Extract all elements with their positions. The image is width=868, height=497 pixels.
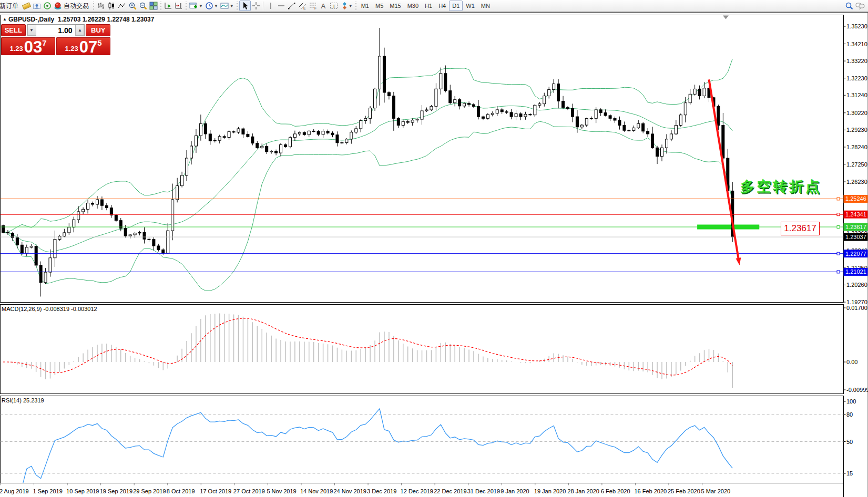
volume-decrease-button[interactable]: ▼ (27, 25, 36, 36)
buy-price-block[interactable]: 1.23 07 5 (56, 37, 110, 55)
chat-bubbles-icon (855, 2, 865, 10)
text-tool-button[interactable]: A (318, 1, 329, 11)
line-chart-mode-button[interactable] (117, 1, 127, 11)
tf-button-D1[interactable]: D1 (449, 1, 463, 11)
trend-arrow[interactable] (709, 79, 741, 265)
chart-shift-icon (175, 2, 183, 10)
auto-scroll-button[interactable] (163, 1, 173, 11)
shapes-icon (341, 2, 348, 10)
svg-text:1.30220: 1.30220 (846, 110, 867, 116)
chart-title: ▲GBPUSD-,Daily 1.25703 1.26229 1.22748 1… (3, 16, 154, 23)
template-icon (220, 2, 229, 10)
chevron-down-icon: ▼ (230, 4, 234, 8)
text-tool-icon: A (321, 2, 325, 10)
tf-button-H1[interactable]: H1 (422, 1, 435, 11)
volume-input[interactable]: 1.00 (36, 25, 76, 36)
equidistant-channel-icon: E (298, 2, 307, 10)
autotrading-button[interactable]: 自动交易 (53, 1, 91, 11)
signals-button[interactable] (42, 1, 53, 11)
svg-text:19 Jan 2020: 19 Jan 2020 (534, 488, 566, 494)
sell-price-small: 1.23 (9, 45, 23, 53)
svg-text:8 Oct 2019: 8 Oct 2019 (167, 488, 195, 494)
tf-button-M5[interactable]: M5 (372, 1, 386, 11)
buy-price-big: 07 (79, 40, 97, 54)
candlestick-mode-button[interactable] (106, 1, 117, 11)
tf-button-MN[interactable]: MN (478, 1, 493, 11)
rsi-line (8, 409, 732, 487)
community-chat-button[interactable] (854, 1, 866, 11)
profile-button[interactable] (32, 1, 42, 11)
chevron-down-icon: ▼ (214, 4, 218, 8)
svg-text:25 Feb 2020: 25 Feb 2020 (668, 488, 700, 494)
zoom-in-button[interactable] (127, 1, 138, 11)
crosshair-tool-button[interactable] (251, 1, 261, 11)
svg-text:1.31240: 1.31240 (846, 92, 867, 98)
svg-text:1.32230: 1.32230 (846, 75, 867, 81)
zoom-in-icon (128, 2, 137, 10)
zoom-out-button[interactable] (138, 1, 148, 11)
chart-window: 1.352301.342101.332201.322301.312401.302… (0, 12, 868, 497)
sell-price-block[interactable]: 1.23 03 7 (1, 37, 55, 55)
vertical-line-tool-button[interactable] (265, 1, 276, 11)
candlestick-series (2, 28, 734, 297)
toolbar-grip (186, 2, 187, 10)
main-toolbar: 新订单 自动交易 (0, 0, 868, 12)
tf-button-H4[interactable]: H4 (435, 1, 449, 11)
tf-button-W1[interactable]: W1 (463, 1, 478, 11)
price-chart[interactable]: 1.352301.342101.332201.322301.312401.302… (0, 13, 868, 497)
arrows-tool-button[interactable]: ▼ (340, 1, 354, 11)
svg-text:5 Mar 2020: 5 Mar 2020 (701, 488, 731, 494)
horizontal-line-tool-button[interactable] (276, 1, 287, 11)
period-button[interactable]: ▼ (204, 1, 219, 11)
toolbar-separator (263, 2, 264, 11)
text-label-tool-button[interactable]: T (329, 1, 340, 11)
sell-label: SELL (5, 26, 22, 34)
svg-text:1.23617: 1.23617 (845, 224, 866, 230)
svg-text:1.21021: 1.21021 (845, 268, 866, 275)
symbol-search-button[interactable] (844, 1, 854, 11)
svg-text:80: 80 (846, 411, 853, 418)
cursor-tool-button[interactable] (239, 1, 251, 11)
turning-point-annotation[interactable]: 多空转折点 (740, 177, 822, 196)
toolbar-grip (160, 2, 161, 10)
toolbar-grip (237, 2, 238, 10)
buy-button[interactable]: BUY (86, 24, 110, 36)
svg-text:6 Feb 2020: 6 Feb 2020 (601, 488, 630, 494)
trendline-icon (288, 2, 296, 10)
svg-text:50: 50 (846, 439, 853, 445)
chart-shift-marker[interactable] (723, 16, 729, 19)
auto-scroll-icon (164, 2, 172, 10)
chevron-down-icon: ▼ (199, 4, 203, 8)
new-order-label: 新订单 (0, 2, 20, 11)
template-button[interactable]: ▼ (219, 1, 235, 11)
price-tag-label[interactable]: 1.23617 (781, 222, 820, 235)
svg-text:1.25246: 1.25246 (845, 195, 866, 202)
new-chart-button[interactable]: ▼ (188, 1, 204, 11)
bar-chart-mode-button[interactable] (96, 1, 106, 11)
one-click-trading-panel: SELL ▼ 1.00 ▲ BUY 1.23 03 7 1.23 07 5 (1, 24, 110, 55)
text-label-icon: T (330, 2, 339, 10)
tf-button-M1[interactable]: M1 (358, 1, 372, 11)
svg-text:19 Sep 2019: 19 Sep 2019 (100, 488, 132, 494)
svg-text:0.00: 0.00 (846, 359, 857, 365)
chart-shift-button[interactable] (173, 1, 184, 11)
toolbar-grip (93, 2, 94, 10)
metaeditor-button[interactable] (21, 1, 32, 11)
svg-text:24 Nov 2019: 24 Nov 2019 (334, 488, 366, 494)
svg-text:E: E (303, 6, 306, 10)
new-order-button[interactable]: 新订单 (0, 1, 21, 11)
svg-text:1.20260: 1.20260 (846, 282, 867, 288)
buy-label: BUY (91, 26, 105, 34)
clock-icon (205, 2, 213, 10)
fibonacci-icon: F (309, 2, 317, 10)
volume-increase-button[interactable]: ▲ (75, 25, 84, 36)
fibonacci-tool-button[interactable]: F (308, 1, 318, 11)
tf-button-M15[interactable]: M15 (386, 1, 404, 11)
tf-button-M30[interactable]: M30 (404, 1, 422, 11)
tile-windows-button[interactable] (148, 1, 159, 11)
toolbar-grip (355, 2, 356, 10)
sell-button[interactable]: SELL (1, 24, 26, 36)
date-axis[interactable]: 2 Aug 20191 Sep 201910 Sep 201919 Sep 20… (0, 483, 730, 495)
trendline-tool-button[interactable] (287, 1, 297, 11)
channel-tool-button[interactable]: E (297, 1, 308, 11)
